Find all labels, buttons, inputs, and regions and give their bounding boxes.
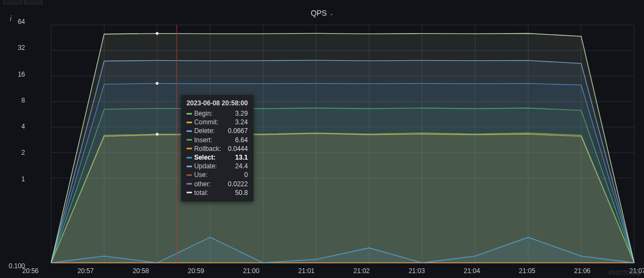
tooltip-series-name: Rollback:	[194, 144, 221, 153]
tooltip-series-value: 0.0222	[228, 180, 248, 188]
x-axis-tick: 21:02	[354, 267, 370, 275]
x-axis-tick: 21:03	[408, 267, 425, 275]
chart-svg	[30, 22, 637, 266]
tooltip-row: total:50.8	[187, 188, 248, 197]
x-axis-tick: 21:06	[574, 267, 591, 275]
tooltip-series-name: Select:	[194, 153, 215, 162]
tooltip-title: 2023-06-08 20:58:00	[187, 99, 248, 107]
series-swatch	[187, 192, 192, 193]
tooltip-series-value: 0.0444	[228, 144, 248, 153]
y-axis-tick: 1	[21, 175, 25, 183]
series-swatch	[187, 148, 192, 149]
panel-title-text: QPS	[311, 9, 327, 17]
y-axis-tick: 16	[18, 71, 25, 78]
series-swatch	[187, 166, 192, 167]
x-axis-tick: 20:56	[22, 267, 39, 275]
tooltip-series-value: 3.29	[235, 109, 247, 118]
series-swatch	[187, 113, 192, 115]
tooltip: 2023-06-08 20:58:00 Begin:3.29Commit:3.2…	[181, 95, 253, 201]
tooltip-series-value: 0	[244, 170, 248, 179]
tooltip-series-name: Use:	[194, 170, 208, 179]
tooltip-row: Commit:3.24	[187, 118, 248, 127]
chevron-down-icon: ⌄	[329, 10, 333, 16]
svg-point-23	[156, 82, 159, 85]
watermark: ©51CTO博客	[609, 269, 641, 277]
tooltip-row: Insert:6.64	[187, 136, 248, 144]
tooltip-row: Rollback:0.0444	[187, 144, 248, 153]
tooltip-row: Update:24.4	[187, 162, 248, 170]
svg-point-21	[156, 32, 159, 35]
tooltip-series-name: Begin:	[194, 109, 213, 118]
series-swatch	[187, 157, 192, 159]
tooltip-series-name: Commit:	[194, 118, 219, 127]
chart-area[interactable]	[30, 22, 637, 266]
y-axis-tick: 8	[21, 97, 25, 104]
tooltip-series-value: 3.24	[235, 118, 247, 127]
y-axis-tick: 32	[18, 44, 25, 52]
x-axis-tick: 21:00	[243, 267, 259, 275]
x-axis-tick: 21:01	[298, 267, 314, 275]
panel-title[interactable]: QPS ⌄	[311, 9, 333, 17]
tooltip-series-name: total:	[194, 188, 208, 197]
tooltip-series-name: Update:	[194, 162, 217, 170]
tooltip-series-value: 13.1	[235, 153, 247, 162]
tooltip-row: Use:0	[187, 170, 248, 179]
tooltip-series-value: 24.4	[235, 162, 247, 170]
y-axis-tick: 2	[21, 149, 25, 156]
top-tab[interactable]	[24, 0, 42, 4]
y-axis-labels: 64321684210.100	[0, 22, 28, 266]
tooltip-series-name: Insert:	[194, 136, 212, 144]
svg-point-22	[156, 133, 159, 136]
tooltip-series-name: Delete:	[194, 127, 215, 135]
top-tabs	[3, 0, 42, 4]
tooltip-row: Begin:3.29	[187, 109, 248, 118]
tooltip-series-name: other:	[194, 180, 211, 188]
x-axis-tick: 20:57	[77, 267, 94, 275]
tooltip-series-value: 6.64	[235, 136, 247, 144]
chart-panel: i QPS ⌄ 64321684210.100 20:5620:5720:582…	[0, 0, 644, 278]
tooltip-series-value: 50.8	[235, 188, 247, 197]
panel-header: i QPS ⌄	[0, 7, 644, 20]
x-axis-tick: 21:04	[464, 267, 480, 275]
top-tab[interactable]	[3, 0, 22, 4]
x-axis-tick: 21:05	[519, 267, 535, 275]
tooltip-row: Select:13.1	[187, 153, 248, 162]
x-axis-tick: 20:58	[133, 267, 149, 275]
y-axis-tick: 64	[18, 18, 25, 26]
series-swatch	[187, 174, 192, 176]
tooltip-row: Delete:0.0667	[187, 127, 248, 135]
x-axis-labels: 20:5620:5720:5820:5921:0021:0121:0221:03…	[30, 267, 637, 276]
series-swatch	[187, 183, 192, 185]
series-swatch	[187, 139, 192, 141]
y-axis-tick: 4	[21, 123, 25, 130]
x-axis-tick: 20:59	[188, 267, 204, 275]
tooltip-series-value: 0.0667	[228, 127, 248, 135]
series-swatch	[187, 130, 192, 132]
tooltip-row: other:0.0222	[187, 180, 248, 188]
series-swatch	[187, 122, 192, 123]
